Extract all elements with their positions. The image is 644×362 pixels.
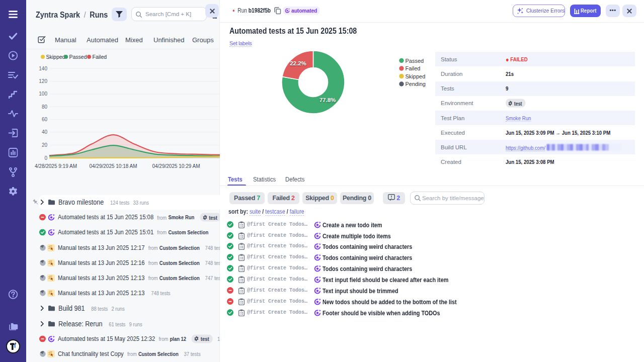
svg-text:140: 140 — [39, 66, 47, 71]
svg-text:Passed: Passed — [69, 54, 87, 60]
svg-text:04/29/2025 10:29 AM: 04/29/2025 10:29 AM — [152, 163, 200, 169]
svg-text:Skipped: Skipped — [46, 54, 65, 60]
svg-text:80: 80 — [42, 104, 48, 110]
svg-text:4/28/2025 9:19 AM: 4/28/2025 9:19 AM — [35, 163, 77, 169]
svg-text:Passed: Passed — [406, 58, 424, 64]
svg-text:Failed: Failed — [406, 65, 421, 71]
svg-text:Pending: Pending — [406, 81, 426, 87]
svg-text:100: 100 — [39, 91, 47, 97]
svg-text:120: 120 — [39, 78, 47, 84]
svg-text:40: 40 — [42, 129, 48, 135]
svg-text:Failed: Failed — [93, 54, 107, 60]
svg-text:22.2%: 22.2% — [290, 60, 306, 66]
svg-text:20: 20 — [42, 142, 48, 148]
svg-text:0: 0 — [44, 155, 47, 161]
svg-text:04/29/2025 10:18 AM: 04/29/2025 10:18 AM — [89, 163, 137, 169]
svg-text:60: 60 — [42, 117, 48, 122]
svg-text:Skipped: Skipped — [406, 73, 426, 79]
svg-text:77.8%: 77.8% — [319, 97, 336, 103]
